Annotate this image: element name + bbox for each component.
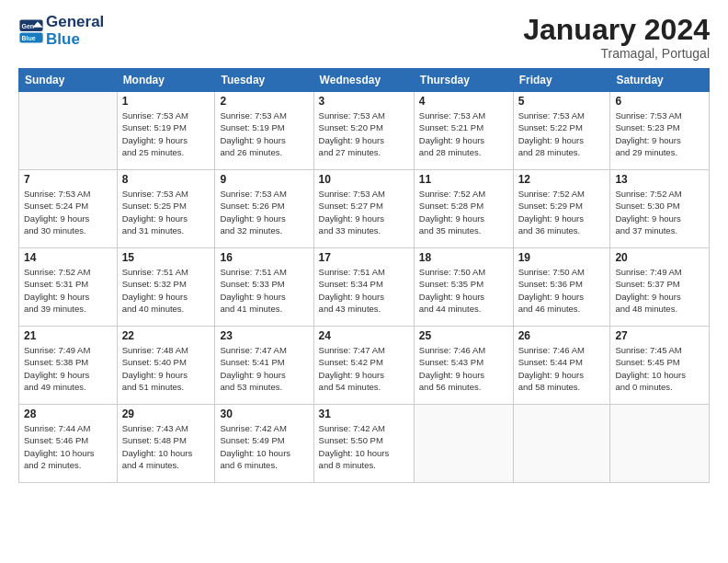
day-info: Sunrise: 7:50 AM Sunset: 5:35 PM Dayligh… bbox=[419, 266, 508, 315]
day-number: 15 bbox=[122, 251, 210, 264]
day-number: 31 bbox=[319, 408, 409, 420]
calendar-cell bbox=[19, 92, 118, 170]
day-info: Sunrise: 7:53 AM Sunset: 5:19 PM Dayligh… bbox=[220, 109, 308, 158]
calendar-cell bbox=[414, 405, 513, 483]
day-info: Sunrise: 7:45 AM Sunset: 5:45 PM Dayligh… bbox=[615, 344, 704, 393]
day-info: Sunrise: 7:53 AM Sunset: 5:23 PM Dayligh… bbox=[615, 109, 704, 158]
header: Gen Blue General Blue January 2024 Trama… bbox=[18, 14, 710, 61]
calendar-cell: 24Sunrise: 7:47 AM Sunset: 5:42 PM Dayli… bbox=[313, 327, 414, 405]
calendar-cell: 7Sunrise: 7:53 AM Sunset: 5:24 PM Daylig… bbox=[19, 170, 118, 248]
day-number: 10 bbox=[319, 173, 409, 186]
svg-text:Blue: Blue bbox=[22, 34, 36, 40]
svg-text:Gen: Gen bbox=[22, 22, 35, 29]
day-number: 23 bbox=[220, 329, 308, 342]
logo-line1: General bbox=[46, 14, 104, 31]
day-info: Sunrise: 7:53 AM Sunset: 5:22 PM Dayligh… bbox=[518, 109, 606, 158]
day-number: 6 bbox=[615, 95, 704, 108]
day-number: 21 bbox=[24, 329, 112, 342]
day-info: Sunrise: 7:42 AM Sunset: 5:49 PM Dayligh… bbox=[220, 422, 308, 471]
month-title: January 2024 bbox=[523, 14, 710, 46]
calendar-week-4: 21Sunrise: 7:49 AM Sunset: 5:38 PM Dayli… bbox=[19, 327, 710, 405]
day-number: 24 bbox=[319, 329, 409, 342]
day-info: Sunrise: 7:51 AM Sunset: 5:33 PM Dayligh… bbox=[220, 266, 308, 315]
calendar-cell: 18Sunrise: 7:50 AM Sunset: 5:35 PM Dayli… bbox=[414, 248, 513, 327]
day-info: Sunrise: 7:48 AM Sunset: 5:40 PM Dayligh… bbox=[122, 344, 210, 393]
calendar-cell: 20Sunrise: 7:49 AM Sunset: 5:37 PM Dayli… bbox=[610, 248, 710, 327]
logo: Gen Blue General Blue bbox=[18, 14, 104, 48]
day-info: Sunrise: 7:52 AM Sunset: 5:31 PM Dayligh… bbox=[24, 266, 112, 315]
day-info: Sunrise: 7:43 AM Sunset: 5:48 PM Dayligh… bbox=[122, 422, 210, 471]
calendar-cell: 29Sunrise: 7:43 AM Sunset: 5:48 PM Dayli… bbox=[117, 405, 215, 483]
day-info: Sunrise: 7:53 AM Sunset: 5:20 PM Dayligh… bbox=[319, 109, 409, 158]
calendar-week-2: 7Sunrise: 7:53 AM Sunset: 5:24 PM Daylig… bbox=[19, 170, 710, 248]
day-info: Sunrise: 7:51 AM Sunset: 5:34 PM Dayligh… bbox=[319, 266, 409, 315]
calendar-cell bbox=[610, 405, 710, 483]
calendar-cell: 1Sunrise: 7:53 AM Sunset: 5:19 PM Daylig… bbox=[117, 92, 215, 170]
day-number: 8 bbox=[122, 173, 210, 186]
calendar: SundayMondayTuesdayWednesdayThursdayFrid… bbox=[18, 68, 710, 483]
day-number: 25 bbox=[419, 329, 508, 342]
day-info: Sunrise: 7:49 AM Sunset: 5:37 PM Dayligh… bbox=[615, 266, 704, 315]
weekday-header-wednesday: Wednesday bbox=[313, 69, 414, 92]
day-number: 7 bbox=[24, 173, 112, 186]
calendar-cell: 14Sunrise: 7:52 AM Sunset: 5:31 PM Dayli… bbox=[19, 248, 118, 327]
calendar-cell: 27Sunrise: 7:45 AM Sunset: 5:45 PM Dayli… bbox=[610, 327, 710, 405]
calendar-cell: 26Sunrise: 7:46 AM Sunset: 5:44 PM Dayli… bbox=[513, 327, 610, 405]
calendar-cell: 21Sunrise: 7:49 AM Sunset: 5:38 PM Dayli… bbox=[19, 327, 118, 405]
calendar-cell bbox=[513, 405, 610, 483]
weekday-header-sunday: Sunday bbox=[19, 69, 118, 92]
day-number: 29 bbox=[122, 408, 210, 420]
calendar-cell: 4Sunrise: 7:53 AM Sunset: 5:21 PM Daylig… bbox=[414, 92, 513, 170]
calendar-cell: 6Sunrise: 7:53 AM Sunset: 5:23 PM Daylig… bbox=[610, 92, 710, 170]
calendar-cell: 17Sunrise: 7:51 AM Sunset: 5:34 PM Dayli… bbox=[313, 248, 414, 327]
day-number: 27 bbox=[615, 329, 704, 342]
calendar-cell: 23Sunrise: 7:47 AM Sunset: 5:41 PM Dayli… bbox=[215, 327, 313, 405]
calendar-cell: 28Sunrise: 7:44 AM Sunset: 5:46 PM Dayli… bbox=[19, 405, 118, 483]
calendar-cell: 2Sunrise: 7:53 AM Sunset: 5:19 PM Daylig… bbox=[215, 92, 313, 170]
day-info: Sunrise: 7:52 AM Sunset: 5:30 PM Dayligh… bbox=[615, 188, 704, 236]
calendar-week-3: 14Sunrise: 7:52 AM Sunset: 5:31 PM Dayli… bbox=[19, 248, 710, 327]
day-info: Sunrise: 7:52 AM Sunset: 5:29 PM Dayligh… bbox=[518, 188, 606, 236]
day-number: 16 bbox=[220, 251, 308, 264]
weekday-header-tuesday: Tuesday bbox=[215, 69, 313, 92]
calendar-cell: 30Sunrise: 7:42 AM Sunset: 5:49 PM Dayli… bbox=[215, 405, 313, 483]
weekday-header-monday: Monday bbox=[117, 69, 215, 92]
day-info: Sunrise: 7:53 AM Sunset: 5:21 PM Dayligh… bbox=[419, 109, 508, 158]
day-info: Sunrise: 7:46 AM Sunset: 5:44 PM Dayligh… bbox=[518, 344, 606, 393]
location: Tramagal, Portugal bbox=[523, 46, 710, 61]
day-number: 9 bbox=[220, 173, 308, 186]
calendar-cell: 8Sunrise: 7:53 AM Sunset: 5:25 PM Daylig… bbox=[117, 170, 215, 248]
calendar-cell: 15Sunrise: 7:51 AM Sunset: 5:32 PM Dayli… bbox=[117, 248, 215, 327]
day-info: Sunrise: 7:42 AM Sunset: 5:50 PM Dayligh… bbox=[319, 422, 409, 471]
day-number: 5 bbox=[518, 95, 606, 108]
day-number: 26 bbox=[518, 329, 606, 342]
day-number: 12 bbox=[518, 173, 606, 186]
day-number: 17 bbox=[319, 251, 409, 264]
day-number: 13 bbox=[615, 173, 704, 186]
calendar-cell: 31Sunrise: 7:42 AM Sunset: 5:50 PM Dayli… bbox=[313, 405, 414, 483]
calendar-cell: 11Sunrise: 7:52 AM Sunset: 5:28 PM Dayli… bbox=[414, 170, 513, 248]
title-area: January 2024 Tramagal, Portugal bbox=[523, 14, 710, 61]
day-number: 14 bbox=[24, 251, 112, 264]
day-info: Sunrise: 7:46 AM Sunset: 5:43 PM Dayligh… bbox=[419, 344, 508, 393]
day-info: Sunrise: 7:47 AM Sunset: 5:41 PM Dayligh… bbox=[220, 344, 308, 393]
day-info: Sunrise: 7:50 AM Sunset: 5:36 PM Dayligh… bbox=[518, 266, 606, 315]
weekday-header-friday: Friday bbox=[513, 69, 610, 92]
day-number: 20 bbox=[615, 251, 704, 264]
day-number: 4 bbox=[419, 95, 508, 108]
day-info: Sunrise: 7:52 AM Sunset: 5:28 PM Dayligh… bbox=[419, 188, 508, 236]
day-number: 2 bbox=[220, 95, 308, 108]
calendar-cell: 16Sunrise: 7:51 AM Sunset: 5:33 PM Dayli… bbox=[215, 248, 313, 327]
day-number: 1 bbox=[122, 95, 210, 108]
day-number: 28 bbox=[24, 408, 112, 420]
day-info: Sunrise: 7:53 AM Sunset: 5:25 PM Dayligh… bbox=[122, 188, 210, 236]
day-info: Sunrise: 7:49 AM Sunset: 5:38 PM Dayligh… bbox=[24, 344, 112, 393]
logo-line2: Blue bbox=[46, 31, 104, 49]
calendar-cell: 25Sunrise: 7:46 AM Sunset: 5:43 PM Dayli… bbox=[414, 327, 513, 405]
day-info: Sunrise: 7:53 AM Sunset: 5:26 PM Dayligh… bbox=[220, 188, 308, 236]
calendar-cell: 3Sunrise: 7:53 AM Sunset: 5:20 PM Daylig… bbox=[313, 92, 414, 170]
weekday-header-thursday: Thursday bbox=[414, 69, 513, 92]
weekday-header-saturday: Saturday bbox=[610, 69, 710, 92]
day-info: Sunrise: 7:47 AM Sunset: 5:42 PM Dayligh… bbox=[319, 344, 409, 393]
day-info: Sunrise: 7:51 AM Sunset: 5:32 PM Dayligh… bbox=[122, 266, 210, 315]
